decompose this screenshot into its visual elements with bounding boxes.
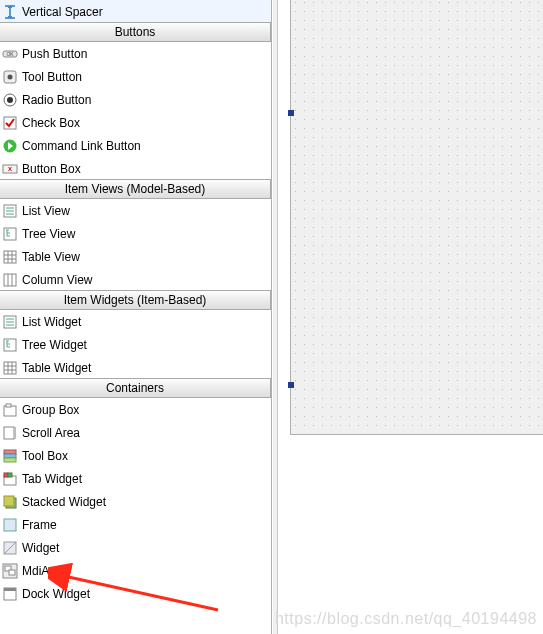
svg-rect-31 xyxy=(4,473,8,477)
widget-item-label: Stacked Widget xyxy=(22,495,106,509)
widget-item-label: Push Button xyxy=(22,47,87,61)
widget-item[interactable]: Widget xyxy=(0,536,271,559)
tree-widget-icon xyxy=(2,337,18,353)
table-view-icon xyxy=(2,249,18,265)
resize-handle[interactable] xyxy=(288,382,294,388)
widget-item[interactable]: Group Box xyxy=(0,398,271,421)
widget-box-panel[interactable]: Vertical SpacerButtonsOKPush ButtonTool … xyxy=(0,0,272,634)
category-header[interactable]: Buttons xyxy=(0,22,271,42)
list-view-icon xyxy=(2,203,18,219)
widget-item[interactable]: Table Widget xyxy=(0,356,271,379)
mdi-area-icon xyxy=(2,563,18,579)
svg-point-3 xyxy=(8,74,13,79)
svg-rect-14 xyxy=(4,228,16,240)
widget-item-label: Tree Widget xyxy=(22,338,87,352)
widget-item[interactable]: Tree Widget xyxy=(0,333,271,356)
widget-item[interactable]: Column View xyxy=(0,268,271,291)
widget-item-label: Tab Widget xyxy=(22,472,82,486)
svg-rect-42 xyxy=(4,588,16,591)
widget-item-label: Dock Widget xyxy=(22,587,90,601)
main-layout: Vertical SpacerButtonsOKPush ButtonTool … xyxy=(0,0,543,634)
widget-item[interactable]: Command Link Button xyxy=(0,134,271,157)
widget-item-label: Tool Box xyxy=(22,449,68,463)
widget-item-label: Tree View xyxy=(22,227,75,241)
widget-item-label: Check Box xyxy=(22,116,80,130)
push-button-icon: OK xyxy=(2,46,18,62)
design-canvas-area xyxy=(278,0,543,634)
widget-item[interactable]: Radio Button xyxy=(0,88,271,111)
widget-item[interactable]: Vertical Spacer xyxy=(0,0,271,23)
widget-item[interactable]: XButton Box xyxy=(0,157,271,180)
group-box-icon xyxy=(2,402,18,418)
resize-handle[interactable] xyxy=(288,110,294,116)
widget-item[interactable]: Scroll Area xyxy=(0,421,271,444)
stacked-widget-icon xyxy=(2,494,18,510)
svg-rect-27 xyxy=(4,450,16,454)
widget-item-label: Command Link Button xyxy=(22,139,141,153)
radio-button-icon xyxy=(2,92,18,108)
svg-text:OK: OK xyxy=(6,51,14,57)
check-box-icon xyxy=(2,115,18,131)
svg-rect-24 xyxy=(6,404,11,407)
scroll-area-icon xyxy=(2,425,18,441)
svg-rect-21 xyxy=(4,339,16,351)
svg-rect-40 xyxy=(9,570,15,575)
svg-rect-35 xyxy=(4,519,16,531)
widget-item[interactable]: Tab Widget xyxy=(0,467,271,490)
tab-widget-icon xyxy=(2,471,18,487)
widget-item[interactable]: Stacked Widget xyxy=(0,490,271,513)
widget-item-label: Widget xyxy=(22,541,59,555)
category-header[interactable]: Item Views (Model-Based) xyxy=(0,179,271,199)
category-header[interactable]: Containers xyxy=(0,378,271,398)
svg-rect-16 xyxy=(4,274,16,286)
widget-item[interactable]: Dock Widget xyxy=(0,582,271,605)
widget-item-label: MdiArea xyxy=(22,564,67,578)
widget-item[interactable]: List Widget xyxy=(0,310,271,333)
widget-item-label: Frame xyxy=(22,518,57,532)
tool-box-icon xyxy=(2,448,18,464)
svg-rect-28 xyxy=(4,454,16,458)
widget-item-label: Table View xyxy=(22,250,80,264)
frame-icon xyxy=(2,517,18,533)
widget-item[interactable]: Tree View xyxy=(0,222,271,245)
list-widget-icon xyxy=(2,314,18,330)
widget-item[interactable]: Table View xyxy=(0,245,271,268)
widget-item-label: List Widget xyxy=(22,315,81,329)
svg-rect-29 xyxy=(4,458,16,462)
widget-item[interactable]: MdiArea xyxy=(0,559,271,582)
widget-item-label: Radio Button xyxy=(22,93,91,107)
widget-item[interactable]: Tool Box xyxy=(0,444,271,467)
tool-button-icon xyxy=(2,69,18,85)
svg-rect-22 xyxy=(4,362,16,374)
column-view-icon xyxy=(2,272,18,288)
widget-item[interactable]: OKPush Button xyxy=(0,42,271,65)
button-box-icon: X xyxy=(2,161,18,177)
widget-item[interactable]: Tool Button xyxy=(0,65,271,88)
widget-item-label: List View xyxy=(22,204,70,218)
widget-item[interactable]: Check Box xyxy=(0,111,271,134)
svg-point-5 xyxy=(7,97,13,103)
svg-rect-34 xyxy=(4,496,14,506)
vertical-spacer-icon xyxy=(2,4,18,20)
widget-item[interactable]: Frame xyxy=(0,513,271,536)
widget-item-label: Group Box xyxy=(22,403,79,417)
category-header[interactable]: Item Widgets (Item-Based) xyxy=(0,290,271,310)
widget-item-label: Column View xyxy=(22,273,92,287)
widget-item-label: Vertical Spacer xyxy=(22,5,103,19)
widget-item-label: Tool Button xyxy=(22,70,82,84)
dock-widget-icon xyxy=(2,586,18,602)
form-canvas[interactable] xyxy=(290,0,543,435)
svg-rect-26 xyxy=(14,427,16,439)
svg-rect-25 xyxy=(4,427,14,439)
svg-rect-32 xyxy=(8,473,12,477)
svg-text:X: X xyxy=(8,166,12,172)
table-widget-icon xyxy=(2,360,18,376)
svg-rect-15 xyxy=(4,251,16,263)
widget-icon xyxy=(2,540,18,556)
widget-item-label: Button Box xyxy=(22,162,81,176)
command-link-icon xyxy=(2,138,18,154)
widget-item-label: Scroll Area xyxy=(22,426,80,440)
widget-item-label: Table Widget xyxy=(22,361,91,375)
tree-view-icon xyxy=(2,226,18,242)
widget-item[interactable]: List View xyxy=(0,199,271,222)
